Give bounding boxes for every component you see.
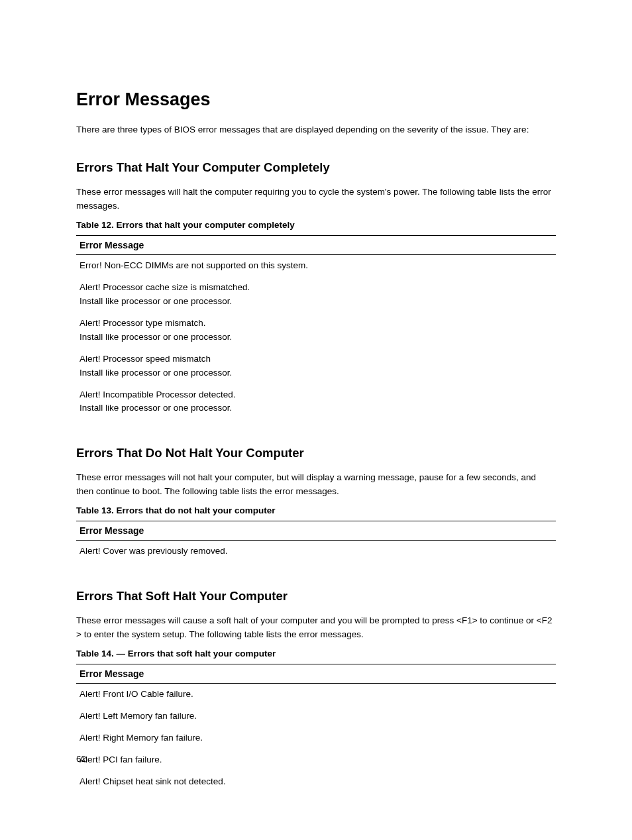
section-heading: Errors That Halt Your Computer Completel… [76, 160, 556, 175]
error-message: Alert! Processor type mismatch. [79, 317, 553, 331]
error-message: Alert! PCI fan failure. [79, 753, 553, 767]
error-subtext: Install like processor or one processor. [79, 366, 553, 380]
section-soft-halt: Errors That Soft Halt Your Computer Thes… [76, 589, 556, 792]
table-caption: Table 13. Errors that do not halt your c… [76, 505, 556, 515]
error-subtext: Install like processor or one processor. [79, 331, 553, 344]
table-row: Alert! Front I/O Cable failure. [76, 684, 556, 706]
table-row: Alert! Right Memory fan failure. [76, 727, 556, 749]
table-row: Alert! Processor type mismatch. Install … [76, 313, 556, 348]
error-message: Alert! Right Memory fan failure. [79, 731, 553, 745]
error-message: Error! Non-ECC DIMMs are not supported o… [79, 259, 553, 273]
table-caption: Table 12. Errors that halt your computer… [76, 220, 556, 230]
error-subtext: Install like processor or one processor. [79, 401, 553, 415]
table-no-halt: Error Message Alert! Cover was previousl… [76, 521, 556, 562]
section-no-halt: Errors That Do Not Halt Your Computer Th… [76, 446, 556, 562]
table-row: Alert! Incompatible Processor detected. … [76, 384, 556, 420]
table-soft-halt: Error Message Alert! Front I/O Cable fai… [76, 664, 556, 793]
error-message: Alert! Cover was previously removed. [79, 545, 553, 558]
section-heading: Errors That Do Not Halt Your Computer [76, 446, 556, 460]
error-message: Alert! Chipset heat sink not detected. [79, 775, 553, 789]
table-row: Alert! Processor speed mismatch Install … [76, 348, 556, 384]
section-intro: These error messages will halt the compu… [76, 185, 556, 213]
error-subtext: Install like processor or one processor. [79, 295, 553, 309]
error-message: Alert! Processor cache size is mismatche… [79, 281, 553, 295]
table-row: Alert! Chipset heat sink not detected. [76, 771, 556, 793]
page-number: 62 [76, 754, 86, 764]
error-message: Alert! Incompatible Processor detected. [79, 388, 553, 402]
intro-paragraph: There are three types of BIOS error mess… [76, 123, 556, 136]
table-caption: Table 14. — Errors that soft halt your c… [76, 649, 556, 658]
table-header: Error Message [76, 236, 556, 255]
error-message: Alert! Front I/O Cable failure. [79, 688, 553, 702]
section-intro: These error messages will not halt your … [76, 471, 556, 499]
error-message: Alert! Left Memory fan failure. [79, 709, 553, 723]
table-header: Error Message [76, 664, 556, 684]
page-title: Error Messages [76, 89, 556, 110]
error-message: Alert! Processor speed mismatch [79, 352, 553, 366]
section-heading: Errors That Soft Halt Your Computer [76, 589, 556, 604]
section-intro: These error messages will cause a soft h… [76, 614, 556, 642]
table-row: Alert! PCI fan failure. [76, 749, 556, 771]
table-halt: Error Message Error! Non-ECC DIMMs are n… [76, 235, 556, 419]
section-halt: Errors That Halt Your Computer Completel… [76, 160, 556, 419]
table-row: Alert! Left Memory fan failure. [76, 706, 556, 727]
table-row: Alert! Processor cache size is mismatche… [76, 277, 556, 313]
table-row: Error! Non-ECC DIMMs are not supported o… [76, 255, 556, 277]
table-row: Alert! Cover was previously removed. [76, 541, 556, 562]
table-header: Error Message [76, 521, 556, 541]
